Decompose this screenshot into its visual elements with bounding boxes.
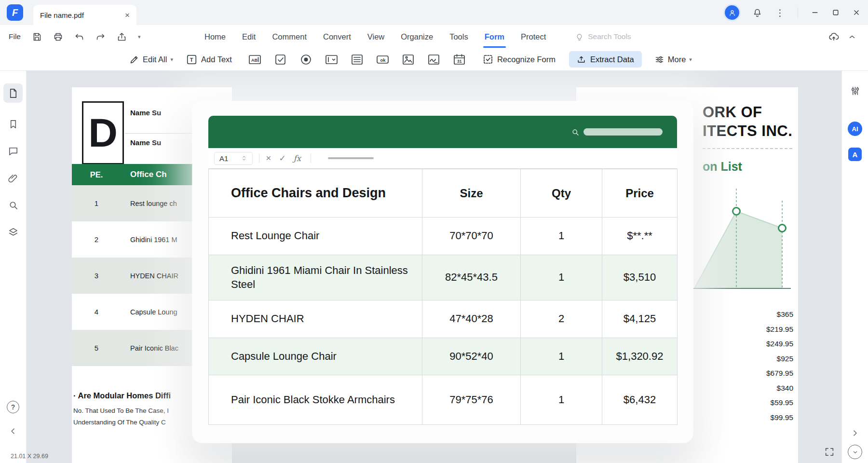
add-text-button[interactable]: T Add Text xyxy=(186,54,232,66)
file-menu[interactable]: File xyxy=(9,32,21,41)
kebab-menu-icon[interactable]: ⋮ xyxy=(775,7,785,18)
collapse-toolbar-icon[interactable] xyxy=(848,32,856,41)
price-item: $249.95 xyxy=(716,340,793,348)
menu-home[interactable]: Home xyxy=(204,32,226,41)
quick-actions: File ▾ xyxy=(9,25,141,48)
checkbox-field-icon[interactable] xyxy=(274,53,287,66)
share-dropdown-icon[interactable]: ▾ xyxy=(138,34,141,40)
spinner-icon[interactable] xyxy=(241,155,247,162)
svg-text:AB: AB xyxy=(251,57,258,62)
cell-size: 82*45*43.5 xyxy=(422,255,521,300)
list-box-field-icon[interactable] xyxy=(351,53,364,66)
main-menu: Home Edit Comment Convert View Organize … xyxy=(204,25,651,48)
more-tools-icon xyxy=(654,54,665,65)
cell-price: $**.** xyxy=(602,218,678,255)
menu-organize[interactable]: Organize xyxy=(401,32,433,41)
pdf-header-col2: Office Ch xyxy=(130,164,167,185)
tab-close-icon[interactable]: × xyxy=(125,11,130,19)
confirm-entry-icon[interactable]: ✓ xyxy=(279,153,285,163)
redo-icon[interactable] xyxy=(95,32,106,42)
row-num: 1 xyxy=(72,185,121,221)
left-sidebar: ? xyxy=(0,71,27,463)
collapse-sidebar-icon[interactable] xyxy=(8,426,18,436)
layers-icon[interactable] xyxy=(8,227,19,238)
undo-icon[interactable] xyxy=(74,32,84,42)
search-input-pill[interactable] xyxy=(583,128,663,136)
price-item: $99.95 xyxy=(716,413,793,422)
maximize-button[interactable] xyxy=(832,9,840,16)
help-glyph: ? xyxy=(11,403,15,411)
page-thumbnails-icon xyxy=(8,88,19,99)
properties-sliders-icon[interactable] xyxy=(850,85,861,96)
cell-name: Rest Lounge Chair xyxy=(209,218,422,255)
user-avatar[interactable] xyxy=(725,5,739,20)
function-fx-icon[interactable]: ƒx xyxy=(294,154,301,163)
svg-text:31: 31 xyxy=(457,59,462,64)
app-window: F File name.pdf × ⋮ File ▾ xyxy=(0,0,868,463)
menu-form[interactable]: Form xyxy=(485,32,504,41)
cancel-entry-icon[interactable]: × xyxy=(266,153,271,163)
search-panel-icon[interactable] xyxy=(8,200,19,211)
faq-line-1: No. That Used To Be The Case, I xyxy=(73,407,169,414)
name-label-2: Name Su xyxy=(130,138,161,147)
translate-label: A xyxy=(853,150,858,159)
combo-box-field-icon[interactable] xyxy=(325,53,338,66)
price-item: $365 xyxy=(716,310,793,319)
menu-edit[interactable]: Edit xyxy=(242,32,256,41)
minimize-button[interactable] xyxy=(811,9,819,16)
text-field-icon[interactable]: AB xyxy=(248,53,261,66)
signature-field-icon[interactable] xyxy=(427,53,440,66)
right-sidebar-bottom xyxy=(848,428,862,463)
date-field-icon[interactable]: 31 xyxy=(453,53,466,66)
recognize-form-button[interactable]: Recognize Form xyxy=(482,54,556,65)
extracted-data-table: Office Chairs and Design Size Qty Price … xyxy=(208,169,678,425)
comment-panel-icon[interactable] xyxy=(8,146,19,157)
sidebar-item-thumbnails[interactable] xyxy=(3,83,23,103)
help-icon[interactable]: ? xyxy=(7,401,19,413)
menu-row: File ▾ Home Edit Comment Convert View Or… xyxy=(0,25,868,48)
form-toolbar: Edit All ▾ T Add Text AB ok 31 Recognize… xyxy=(0,48,868,71)
search-tools-input[interactable] xyxy=(588,32,651,41)
cell-price: $3,510 xyxy=(602,255,678,300)
menu-tools[interactable]: Tools xyxy=(449,32,468,41)
save-icon[interactable] xyxy=(32,32,42,42)
attachment-icon[interactable] xyxy=(8,173,19,184)
extract-data-button[interactable]: Extract Data xyxy=(569,51,642,68)
cell-qty: 1 xyxy=(521,338,602,375)
menu-protect[interactable]: Protect xyxy=(521,32,546,41)
close-button[interactable] xyxy=(853,9,860,16)
table-header-row: Office Chairs and Design Size Qty Price xyxy=(209,169,678,218)
header-size: Size xyxy=(422,169,521,218)
button-field-icon[interactable]: ok xyxy=(376,53,389,66)
bookmark-icon[interactable] xyxy=(8,119,19,130)
more-button[interactable]: More ▾ xyxy=(654,54,692,65)
scroll-down-button[interactable] xyxy=(848,445,862,459)
app-logo-icon: F xyxy=(7,4,23,21)
expand-sidebar-icon[interactable] xyxy=(850,428,860,438)
menu-right xyxy=(828,25,856,48)
print-icon[interactable] xyxy=(53,32,63,42)
edit-all-button[interactable]: Edit All ▾ xyxy=(129,54,173,65)
menu-view[interactable]: View xyxy=(367,32,384,41)
menu-convert[interactable]: Convert xyxy=(323,32,351,41)
header-price: Price xyxy=(602,169,678,218)
image-field-icon[interactable] xyxy=(402,53,415,66)
radio-button-field-icon[interactable] xyxy=(299,53,312,66)
share-icon[interactable] xyxy=(117,32,127,42)
fullscreen-icon[interactable] xyxy=(824,447,835,457)
cell-name-box[interactable]: A1 xyxy=(214,152,253,165)
company-logo-box: D xyxy=(82,101,124,164)
add-text-label: Add Text xyxy=(201,55,232,64)
ai-assistant-icon[interactable]: AI xyxy=(848,122,862,136)
lightbulb-icon xyxy=(575,32,584,41)
pen-icon xyxy=(129,54,139,65)
extract-data-icon xyxy=(577,55,586,64)
bell-icon[interactable] xyxy=(752,8,762,18)
right-sidebar: AI A xyxy=(841,71,868,463)
ai-label: AI xyxy=(852,125,858,133)
cloud-upload-icon[interactable] xyxy=(828,31,839,42)
translate-ai-icon[interactable]: A xyxy=(848,148,862,161)
document-tab[interactable]: File name.pdf × xyxy=(33,5,136,25)
menu-comment[interactable]: Comment xyxy=(272,32,307,41)
spreadsheet-search[interactable] xyxy=(571,128,663,136)
